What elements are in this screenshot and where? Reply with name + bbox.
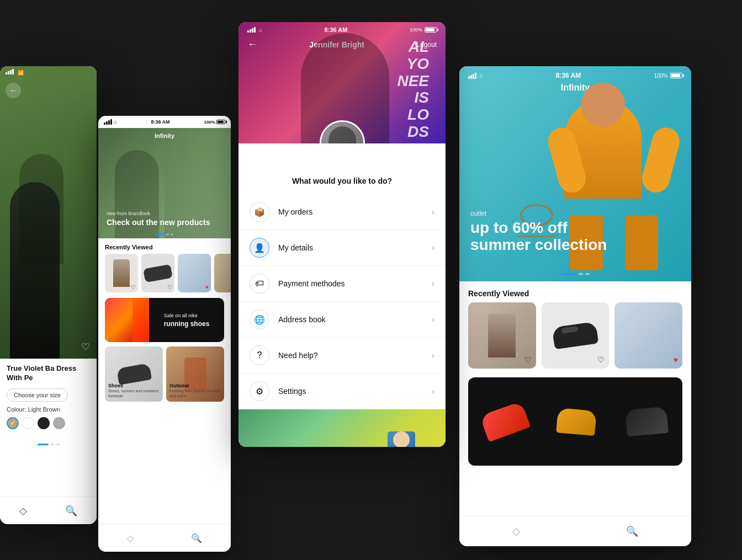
details-icon-wrap: 👤 xyxy=(250,238,269,258)
profile-body: What would you like to do? 📦 My orders ›… xyxy=(239,143,446,447)
promo-sub: Sale on all nike xyxy=(164,313,210,318)
right-time: 8:36 AM xyxy=(556,72,581,79)
payment-icon-wrap: 🏷 xyxy=(250,274,269,294)
colour-label: Colour: Light Brown xyxy=(7,406,90,413)
right-signal: ⌂ xyxy=(468,72,483,79)
wishlist-heart-button[interactable]: ♡ xyxy=(81,341,90,353)
menu-item-help[interactable]: ? Need help? › xyxy=(239,338,446,374)
swatch-grey[interactable] xyxy=(53,417,65,429)
right-recent-item-3[interactable]: ♥ xyxy=(614,302,682,369)
hero-sub: new from brandlook xyxy=(107,211,210,216)
recent-item-2[interactable]: ♡ xyxy=(141,254,174,292)
right-battery-pct: 100% xyxy=(654,73,668,79)
address-arrow: › xyxy=(432,315,434,324)
profile-hero: ALYONEEISLODS ⌂ 8:36 AM 100% xyxy=(239,22,446,143)
profile-status-bar: ⌂ 8:36 AM 100% xyxy=(239,22,446,33)
settings-icon: ⚙ xyxy=(256,386,263,397)
right-heart-2[interactable]: ♡ xyxy=(597,355,605,364)
item-heart-2[interactable]: ♡ xyxy=(167,284,172,290)
profile-time: 8:36 AM xyxy=(325,26,348,33)
back-button[interactable]: ← xyxy=(6,83,21,98)
item-heart-1[interactable]: ♡ xyxy=(131,284,136,290)
recently-viewed-row: ♡ ♡ ♥ xyxy=(98,254,231,298)
item-heart-3[interactable]: ♥ xyxy=(205,284,209,290)
profile-back-button[interactable]: ← xyxy=(247,39,257,50)
promo-main: running shoes xyxy=(164,320,210,328)
swatch-brown[interactable]: ✓ xyxy=(7,417,19,429)
search-nav-icon[interactable]: 🔍 xyxy=(191,533,202,543)
right-hero-dots xyxy=(459,273,691,275)
category-shoes[interactable]: Shoes Shoes, runners and sneakers footwe… xyxy=(105,346,163,402)
size-selector[interactable]: Choose your size xyxy=(7,388,68,402)
promo-banner[interactable]: Sale on all nike running shoes xyxy=(105,298,224,342)
right-recent-item-2[interactable]: ♡ xyxy=(542,302,610,369)
main-time: 8:36 AM xyxy=(151,119,169,125)
right-app-screen: ⌂ 8:36 AM 100% Infinity outle xyxy=(459,66,691,546)
swatch-white[interactable] xyxy=(22,417,34,429)
menu-item-settings[interactable]: ⚙ Settings › xyxy=(239,374,446,409)
right-search-icon[interactable]: 🔍 xyxy=(626,525,638,537)
right-hero-text: outlet up to 60% offsummer collection xyxy=(470,210,607,254)
sketch-icon[interactable]: ◇ xyxy=(19,505,27,517)
cat-label-outwear: Outwear Clothing from jackets to t-shirt… xyxy=(169,383,224,398)
hero-text: new from brandlook Check out the new pro… xyxy=(107,211,210,227)
help-label: Need help? xyxy=(278,351,432,360)
right-promo-banner[interactable] xyxy=(468,377,682,466)
main-status-bar: ⌂ 8:36 AM 100% xyxy=(98,116,231,128)
categories-row: Shoes Shoes, runners and sneakers footwe… xyxy=(98,346,231,406)
payment-arrow: › xyxy=(432,279,434,288)
right-recently-row: ♡ ♡ ♥ xyxy=(459,302,691,377)
product-status-bar: 📶 xyxy=(0,66,97,78)
menu-item-orders[interactable]: 📦 My orders › xyxy=(239,194,446,230)
swatch-black[interactable] xyxy=(38,417,50,429)
category-outwear[interactable]: Outwear Clothing from jackets to t-shirt… xyxy=(166,346,224,402)
right-hero-banner: ⌂ 8:36 AM 100% Infinity outle xyxy=(459,66,691,281)
orders-label: My orders xyxy=(278,207,432,216)
main-hero-banner: Infinity new from brandlook Check out th… xyxy=(98,128,231,238)
right-recently-title: Recently Viewed xyxy=(459,281,691,302)
battery-area: 100% xyxy=(204,120,225,125)
recently-viewed-title: Recently Viewed xyxy=(98,238,231,254)
payment-label: Payment methodes xyxy=(278,279,432,288)
hero-main: Check out the new products xyxy=(107,218,210,227)
right-recent-item-1[interactable]: ♡ xyxy=(468,302,536,369)
help-icon: ? xyxy=(257,350,262,360)
details-arrow: › xyxy=(432,243,434,252)
product-bottom-nav: ◇ 🔍 xyxy=(0,497,97,524)
battery-pct: 100% xyxy=(204,120,215,125)
address-icon: 🌐 xyxy=(254,314,265,325)
dot-inactive-1 xyxy=(51,444,54,445)
menu-item-details[interactable]: 👤 My details › xyxy=(239,230,446,266)
orders-icon: 📦 xyxy=(254,207,265,217)
profile-screen: ALYONEEISLODS ⌂ 8:36 AM 100% xyxy=(239,22,446,447)
hero-dots xyxy=(98,234,231,235)
brand-name: Infinity xyxy=(98,132,231,139)
signal-wifi: ⌂ xyxy=(104,119,116,125)
product-screen: 📶 ← ♡ True Violet Ba Dress With Pe Choos… xyxy=(0,66,97,524)
main-app-screen: ⌂ 8:36 AM 100% Infinity new from brandlo… xyxy=(98,116,231,552)
menu-item-address[interactable]: 🌐 Address book › xyxy=(239,302,446,338)
recent-item-1[interactable]: ♡ xyxy=(105,254,138,292)
cat-label-shoes: Shoes Shoes, runners and sneakers footwe… xyxy=(108,383,163,398)
signal-area: 📶 xyxy=(6,69,24,76)
right-heart-3[interactable]: ♥ xyxy=(674,355,678,364)
colour-swatches: ✓ xyxy=(7,417,90,429)
recent-item-3[interactable]: ♥ xyxy=(178,254,211,292)
orders-icon-wrap: 📦 xyxy=(250,202,269,222)
menu-item-payment[interactable]: 🏷 Payment methodes › xyxy=(239,266,446,302)
sketch-nav-icon[interactable]: ◇ xyxy=(127,533,134,543)
address-icon-wrap: 🌐 xyxy=(250,310,269,329)
dot-active xyxy=(38,444,49,445)
recent-item-4[interactable] xyxy=(214,254,231,292)
product-title: True Violet Ba Dress With Pe xyxy=(7,364,90,383)
search-icon[interactable]: 🔍 xyxy=(65,505,77,517)
right-hero-sub: outlet xyxy=(470,210,607,217)
product-info: True Violet Ba Dress With Pe Choose your… xyxy=(0,359,97,440)
right-heart-1[interactable]: ♡ xyxy=(524,355,532,364)
help-icon-wrap: ? xyxy=(250,345,269,365)
right-sketch-icon[interactable]: ◇ xyxy=(512,525,520,537)
right-hero-main: up to 60% offsummer collection xyxy=(470,220,607,254)
details-icon: 👤 xyxy=(254,243,265,253)
dot-inactive-2 xyxy=(56,444,60,445)
delivery-banner: Free for all orders Gold delivery get yo… xyxy=(239,409,446,447)
